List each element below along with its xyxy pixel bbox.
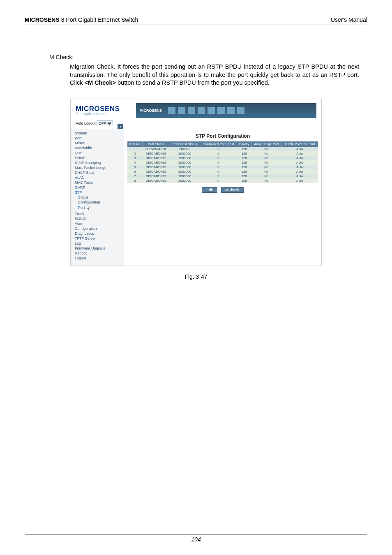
table-cell: 128 [237,165,251,169]
table-cell: DISCARDING [143,165,170,169]
sidebar-item[interactable]: IGMP Snooping [71,160,124,165]
table-row[interactable]: 6DISCARDING20000000128NoAuto [127,169,318,174]
table-cell: No [251,165,281,169]
table-row[interactable]: 7DISCARDING20000000128NoAuto [127,174,318,178]
screenshot: MICROSENS fiber optic solutions MICROSEN… [70,99,322,266]
figure-caption: Fig. 3-47 [25,273,367,280]
table-cell: No [251,160,281,165]
sidebar: ▴ SystemPortMirrorBandwidthQoSSNMPIGMP S… [71,129,124,266]
sidebar-item[interactable]: QoS [71,150,124,155]
sidebar-item[interactable]: DHCP Boot [71,170,124,175]
cursor-icon [87,205,91,211]
table-cell: 0 [200,160,237,165]
header-product: 8 Port Gigabit Ethernet Switch [60,16,138,23]
brand-block: MICROSENS fiber optic solutions [76,105,120,116]
table-cell: 128 [237,156,251,160]
sidebar-item[interactable]: Log [71,241,124,246]
table-cell: 3 [127,156,143,160]
table-cell: 0 [200,169,237,174]
sidebar-item[interactable]: Reboot [71,251,124,256]
table-cell: 6 [127,169,143,174]
table-cell: 128 [237,178,251,183]
sidebar-item-port-label: Port [78,206,85,210]
sidebar-item[interactable]: Diagnostics [71,231,124,236]
table-row[interactable]: 8DISCARDING20000000128NoAuto [127,178,318,183]
sidebar-item[interactable]: MAC Table [71,180,124,185]
table-cell: DISCARDING [143,169,170,174]
table-cell: 128 [237,147,251,151]
header-right: User's Manual [331,16,367,23]
sidebar-item-stp[interactable]: STP [71,190,124,195]
autologout-select[interactable]: OFF [97,120,113,126]
table-cell: 8 [127,178,143,183]
table-cell: 7 [127,174,143,178]
table-cell: 2000000 [170,160,200,165]
sidebar-item[interactable]: Mirror [71,141,124,146]
table-cell: Auto [281,165,318,169]
page-header: MICROSENS 8 Port Gigabit Ethernet Switch… [25,16,367,25]
table-cell: 4 [127,160,143,165]
sidebar-item[interactable]: 802.1X [71,216,124,221]
mcheck-button[interactable]: MCheck [221,187,244,193]
section-label: M Check: [49,54,367,60]
table-cell: 2000000 [170,169,200,174]
header-left: MICROSENS 8 Port Gigabit Ethernet Switch [25,16,138,23]
table-cell: 0 [200,151,237,156]
table-cell: Auto [281,169,318,174]
sidebar-item[interactable]: VLAN [71,175,124,180]
autologout-label: Auto Logout [76,121,96,125]
sidebar-item[interactable]: SNMP [71,155,124,160]
table-cell: DISCARDING [143,178,170,183]
port-icon [168,107,176,114]
table-cell: DISCARDING [143,151,170,156]
port-icon [187,107,196,114]
table-cell: Auto [281,147,318,151]
table-cell: DISCARDING [143,160,170,165]
table-row[interactable]: 3DISCARDING20000000128NoAuto [127,156,318,160]
sidebar-item[interactable]: Configuration [71,226,124,231]
port-icon [197,107,205,114]
body-post: button to send a RSTP BPDU from the port… [116,79,270,86]
sidebar-item[interactable]: Max. Packet Length [71,165,124,170]
table-cell: Auto [281,178,318,183]
button-row: Edit MCheck [127,187,318,193]
table-cell: 2000000 [170,156,200,160]
sidebar-item[interactable]: Firmware Upgrade [71,246,124,251]
page-footer: 104 [25,534,367,543]
brand-line2: fiber optic solutions [76,112,120,116]
table-header: Path Cost Status [170,141,200,147]
table-cell: 128 [237,160,251,165]
table-header: Admin Point To Point [281,141,318,147]
brand-line1: MICROSENS [76,105,120,112]
table-cell: 128 [237,174,251,178]
content-area: STP Port Configuration Port NoPort Statu… [124,129,321,266]
table-cell: 0 [200,165,237,169]
table-row[interactable]: 4DISCARDING20000000128NoAuto [127,160,318,165]
table-cell: 0 [200,178,237,183]
sidebar-item-configuration[interactable]: Configuration [71,200,124,205]
sidebar-item[interactable]: Logout [71,256,124,261]
edit-button[interactable]: Edit [202,187,217,193]
sidebar-item-status[interactable]: Status [71,195,124,200]
sidebar-item[interactable]: Bandwidth [71,146,124,150]
scroll-up-icon[interactable]: ▴ [118,124,123,129]
sidebar-item[interactable]: System [71,131,124,136]
table-row[interactable]: 1FORWARDING2000000128NoAuto [127,147,318,151]
sidebar-item[interactable]: Alarm [71,221,124,226]
table-row[interactable]: 2DISCARDING20000000128NoAuto [127,151,318,156]
table-row[interactable]: 5DISCARDING20000000128NoAuto [127,165,318,169]
sidebar-item[interactable]: TFTP Server [71,236,124,241]
sidebar-item-port[interactable]: Port [71,205,124,211]
table-cell: Auto [281,151,318,156]
sidebar-item[interactable]: Port [71,136,124,141]
table-cell: Auto [281,160,318,165]
table-cell: 200000 [170,147,200,151]
table-cell: No [251,169,281,174]
table-cell: No [251,174,281,178]
table-cell: FORWARDING [143,147,170,151]
sidebar-item[interactable]: GVRP [71,185,124,190]
table-cell: DISCARDING [143,174,170,178]
sidebar-item[interactable]: Trunk [71,211,124,216]
table-cell: Auto [281,156,318,160]
table-cell: No [251,151,281,156]
